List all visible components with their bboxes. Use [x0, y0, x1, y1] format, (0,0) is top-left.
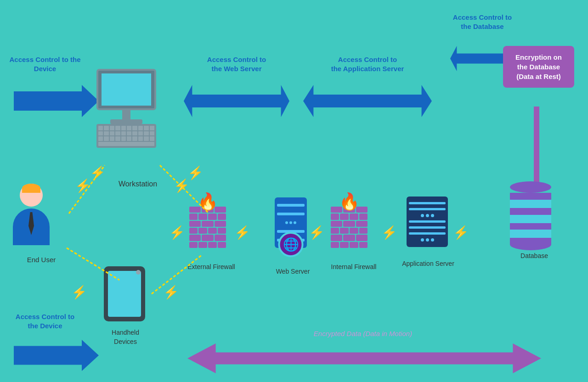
internal-firewall-label: Internal Firewall: [326, 263, 381, 272]
app-server-line-3: [409, 220, 446, 223]
encryption-box: Encryption on the Database (Data at Rest…: [503, 46, 574, 88]
access-control-app-label: Access Control tothe Application Server: [299, 55, 436, 73]
app-server-line-5: [409, 232, 446, 235]
access-control-web-label: Access Control tothe Web Server: [186, 55, 287, 73]
app-server-icon: [407, 197, 448, 247]
encryption-db-line: [534, 107, 539, 187]
tablet-body: [104, 266, 145, 321]
end-user-label: End User: [14, 255, 69, 264]
lightning-fw-right: ⚡: [234, 225, 250, 240]
db-stripe-2: [510, 215, 551, 223]
encrypted-data-label: Encrypted Data (Data in Motion): [225, 330, 501, 337]
lightning-user-workstation-1: ⚡: [75, 178, 91, 193]
db-bottom: [510, 239, 551, 250]
person-head: [20, 184, 43, 207]
app-server-line-1: [409, 202, 446, 204]
lightning-workstation-right-2: ⚡: [187, 165, 204, 180]
tablet-icon: [104, 266, 145, 321]
encryption-label: Encryption on the Database (Data at Rest…: [510, 52, 567, 81]
external-firewall-icon: 🔥: [189, 207, 226, 248]
person-body: [13, 208, 50, 245]
flame-icon-external: 🔥: [198, 192, 218, 211]
lightning-user-workstation-2: ⚡: [90, 165, 106, 180]
app-server-line-4: [409, 226, 446, 229]
lightning-internal-app-1: ⚡: [381, 225, 397, 240]
app-server-line-2: [409, 208, 446, 210]
end-user-icon: [13, 184, 50, 245]
monitor-base: [110, 119, 142, 124]
access-control-db-label: Access Control tothe Database: [427, 13, 537, 31]
lightning-user-tablet: ⚡: [71, 285, 87, 300]
monitor-stand: [122, 110, 130, 119]
access-control-device-label-top: Access Control to the Device: [8, 55, 82, 73]
handheld-label: Handheld Devices: [100, 328, 151, 346]
lightning-app-db: ⚡: [453, 225, 469, 240]
flame-icon-internal: 🔥: [339, 192, 360, 211]
app-server-body: [407, 197, 448, 247]
lightning-fw-left: ⚡: [169, 225, 185, 240]
web-server-label: Web Server: [271, 267, 315, 276]
database-label: Database: [514, 252, 555, 261]
server-line-1: [277, 204, 305, 207]
server-dots: [285, 221, 296, 224]
web-server-icon: 🌐: [275, 197, 307, 248]
monitor: [96, 69, 156, 110]
app-server-label: Application Server: [401, 259, 456, 269]
app-server-dots-2: [421, 238, 434, 242]
workstation-icon: [96, 69, 156, 148]
person-tie: [28, 212, 34, 235]
tablet-button: [136, 270, 141, 275]
access-control-device-label-bottom: Access Control tothe Device: [8, 312, 82, 330]
db-body: [510, 193, 551, 239]
external-firewall-label: External Firewall: [184, 263, 239, 272]
tablet-screen: [108, 271, 141, 317]
lightning-tablet-right: ⚡: [163, 285, 179, 300]
workstation-label: Workstation: [110, 179, 165, 189]
globe-icon: 🌐: [278, 232, 304, 257]
lightning-web-internal-1: ⚡: [309, 225, 325, 240]
globe-symbol: 🌐: [283, 237, 299, 252]
server-line-2: [277, 213, 305, 215]
db-top: [510, 181, 551, 193]
keyboard: [96, 124, 156, 148]
app-server-dots: [421, 214, 434, 217]
monitor-screen: [102, 73, 151, 106]
brick-wall-internal: [331, 207, 368, 248]
db-stripe-1: [510, 200, 551, 208]
brick-wall-external: [189, 207, 226, 248]
db-stripe-3: [510, 230, 551, 238]
database-icon: [510, 181, 551, 250]
internal-firewall-icon: 🔥: [331, 207, 368, 248]
person-hair: [22, 184, 40, 193]
